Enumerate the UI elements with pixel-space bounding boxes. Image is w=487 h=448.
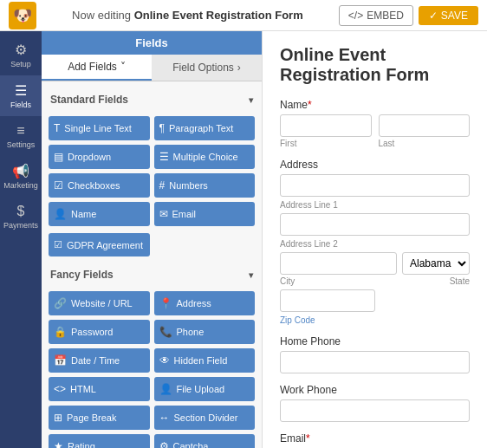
chevron-down-icon: ˅	[120, 61, 126, 73]
field-btn-numbers[interactable]: # Numbers	[154, 173, 256, 198]
field-btn-website[interactable]: 🔗 Website / URL	[49, 291, 150, 315]
section-divider-icon: ↔	[159, 412, 170, 424]
add-fields-label: Add Fields	[68, 61, 117, 73]
top-bar-actions: </> EMBED ✓ SAVE	[339, 5, 478, 26]
single-line-label: Single Line Text	[64, 123, 131, 133]
email-required: *	[306, 432, 310, 445]
website-icon: 🔗	[54, 297, 67, 309]
city-state-row: Alabama	[280, 252, 470, 275]
standard-chevron-icon: ▾	[249, 95, 253, 105]
section-divider-label: Section Divider	[174, 412, 238, 423]
field-btn-single-line[interactable]: T Single Line Text	[49, 116, 150, 140]
address-line2-input[interactable]	[280, 213, 470, 236]
sidebar-item-payments-label: Payments	[3, 221, 38, 230]
form-field-work-phone: Work Phone	[280, 384, 470, 422]
field-btn-dropdown[interactable]: ▤ Dropdown	[49, 145, 150, 169]
field-btn-rating[interactable]: ★ Rating	[49, 434, 150, 448]
field-btn-multiple-choice[interactable]: ☰ Multiple Choice	[154, 145, 256, 169]
top-bar: 🐶 Now editing Online Event Registration …	[0, 0, 487, 31]
save-label: SAVE	[441, 10, 468, 22]
password-label: Password	[71, 327, 113, 337]
fields-icon: ☰	[15, 82, 27, 99]
field-btn-address[interactable]: 📍 Address	[154, 291, 256, 315]
work-phone-label: Work Phone	[280, 384, 470, 396]
city-label-wrap: City	[280, 275, 445, 286]
standard-fields-grid: T Single Line Text ¶ Paragraph Text ▤ Dr…	[49, 116, 255, 226]
file-upload-label: File Upload	[177, 384, 225, 394]
fancy-section-label: Fancy Fields	[50, 269, 114, 281]
standard-fields-section: Standard Fields ▾	[49, 88, 255, 111]
fields-content: Standard Fields ▾ T Single Line Text ¶ P…	[42, 81, 262, 448]
state-select[interactable]: Alabama	[402, 252, 470, 275]
setup-icon: ⚙	[15, 42, 27, 58]
home-phone-input[interactable]	[280, 351, 470, 373]
state-label-wrap: State	[450, 275, 470, 286]
address-line1-input[interactable]	[280, 174, 470, 197]
field-btn-html[interactable]: <> HTML	[49, 377, 150, 401]
fields-panel: Fields Add Fields ˅ Field Options › Stan…	[42, 31, 263, 448]
field-btn-password[interactable]: 🔒 Password	[49, 320, 150, 344]
city-label: City	[280, 276, 445, 286]
field-btn-name[interactable]: 👤 Name	[49, 202, 150, 226]
field-btn-file-upload[interactable]: 👤 File Upload	[154, 377, 256, 401]
field-options-label: Field Options	[172, 62, 234, 74]
dropdown-icon: ▤	[54, 151, 63, 163]
logo-icon: 🐶	[9, 2, 36, 29]
file-upload-icon: 👤	[159, 383, 172, 395]
preview-panel: Online Event Registration Form Name* Fir…	[263, 31, 487, 448]
paragraph-icon: ¶	[159, 122, 165, 134]
field-btn-section-divider[interactable]: ↔ Section Divider	[154, 406, 256, 430]
checkboxes-label: Checkboxes	[68, 180, 120, 191]
zip-input[interactable]	[280, 289, 375, 312]
address-field-label: Address	[280, 159, 470, 171]
sidebar-item-settings[interactable]: ≡ Settings	[0, 116, 42, 156]
marketing-icon: 📢	[12, 163, 29, 179]
name-first-part: First	[280, 114, 372, 148]
form-field-address: Address Address Line 1 Address Line 2 Al…	[280, 159, 470, 325]
tab-field-options[interactable]: Field Options ›	[152, 55, 262, 81]
numbers-label: Numbers	[169, 180, 208, 191]
work-phone-input[interactable]	[280, 399, 470, 422]
field-btn-datetime[interactable]: 📅 Date / Time	[49, 348, 150, 373]
sidebar-nav: ⚙ Setup ☰ Fields ≡ Settings 📢 Marketing …	[0, 31, 42, 448]
field-btn-captcha[interactable]: ⚙ Captcha	[154, 434, 256, 448]
fields-header: Fields	[42, 31, 262, 55]
html-label: HTML	[70, 384, 96, 394]
zip-label: Zip Code	[280, 315, 470, 325]
state-part: Alabama	[402, 252, 470, 275]
tab-add-fields[interactable]: Add Fields ˅	[42, 55, 152, 81]
sidebar-item-payments[interactable]: $ Payments	[0, 197, 42, 237]
field-btn-checkboxes[interactable]: ☑ Checkboxes	[49, 173, 150, 198]
logo: 🐶	[9, 2, 36, 29]
phone-icon: 📞	[159, 326, 172, 338]
sidebar-item-fields[interactable]: ☰ Fields	[0, 75, 42, 116]
form-field-name: Name* First Last	[280, 99, 470, 148]
embed-icon: </>	[348, 10, 363, 22]
sidebar-item-setup[interactable]: ⚙ Setup	[0, 35, 42, 75]
standard-section-label: Standard Fields	[50, 94, 128, 106]
city-input[interactable]	[280, 252, 397, 275]
website-label: Website / URL	[71, 298, 133, 308]
checkmark-icon: ✓	[429, 10, 438, 22]
field-btn-page-break[interactable]: ⊞ Page Break	[49, 406, 150, 430]
field-btn-gdpr[interactable]: ☑ GDPR Agreement	[49, 233, 150, 256]
fancy-fields-section: Fancy Fields ▾	[49, 263, 255, 286]
name-icon: 👤	[54, 208, 67, 220]
editing-prefix: Now editing	[72, 9, 131, 22]
name-last-input[interactable]	[379, 114, 471, 137]
gdpr-label: GDPR Agreement	[67, 240, 143, 250]
hidden-label: Hidden Field	[174, 355, 228, 366]
embed-button[interactable]: </> EMBED	[339, 5, 413, 26]
name-field-label: Name*	[280, 99, 470, 111]
name-first-label: First	[280, 139, 372, 148]
editing-title: Now editing Online Event Registration Fo…	[72, 9, 303, 22]
field-btn-email[interactable]: ✉ Email	[154, 202, 256, 226]
sidebar-item-marketing[interactable]: 📢 Marketing	[0, 156, 42, 197]
save-button[interactable]: ✓ SAVE	[419, 6, 478, 25]
name-first-input[interactable]	[280, 114, 372, 137]
field-btn-hidden[interactable]: 👁 Hidden Field	[154, 348, 256, 373]
field-btn-paragraph[interactable]: ¶ Paragraph Text	[154, 116, 256, 140]
name-fields-row: First Last	[280, 114, 470, 148]
field-btn-phone[interactable]: 📞 Phone	[154, 320, 256, 344]
fields-tabs: Add Fields ˅ Field Options ›	[42, 55, 262, 81]
